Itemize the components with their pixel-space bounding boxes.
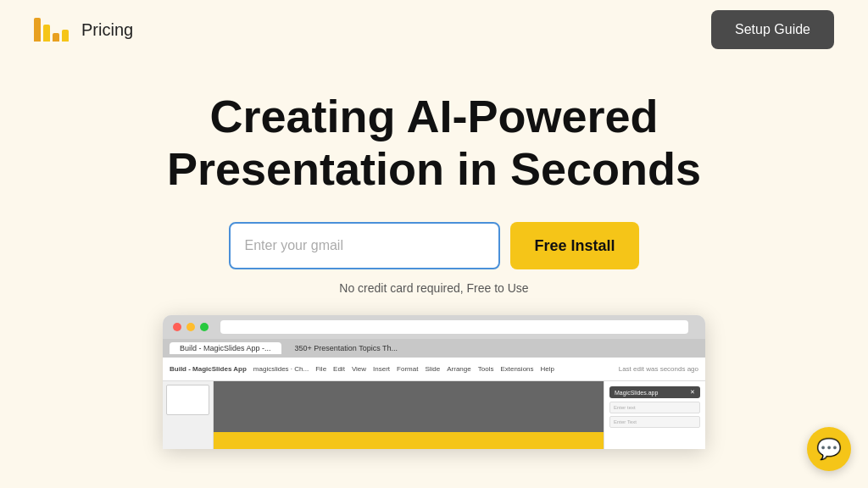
slides-body: MagicSlides.app ✕ Enter text Enter Text bbox=[163, 381, 705, 449]
browser-window: Build - MagicSlides App -... 350+ Presen… bbox=[163, 315, 705, 449]
panel-title: MagicSlides.app bbox=[615, 390, 658, 396]
inactive-tab[interactable]: 350+ Presentation Topics Th... bbox=[285, 342, 409, 354]
slides-tab-label: magicslides · Ch... bbox=[253, 365, 309, 373]
panel-input-2-placeholder: Enter Text bbox=[614, 419, 637, 424]
subtitle-text: No credit card required, Free to Use bbox=[339, 281, 528, 295]
logo-bar-tall-left bbox=[34, 18, 41, 42]
browser-chrome-bar bbox=[163, 315, 705, 339]
active-tab[interactable]: Build - MagicSlides App -... bbox=[170, 342, 281, 354]
menu-help[interactable]: Help bbox=[541, 365, 554, 373]
logo-bar-short bbox=[53, 33, 59, 42]
chat-bubble-button[interactable]: 💬 bbox=[807, 427, 851, 471]
browser-content: Build - MagicSlides App magicslides · Ch… bbox=[163, 358, 705, 449]
last-edit-text: Last edit was seconds ago bbox=[619, 365, 698, 373]
slides-menu: File Edit View Insert Format Slide Arran… bbox=[315, 365, 554, 373]
menu-insert[interactable]: Insert bbox=[373, 365, 390, 373]
email-input[interactable] bbox=[229, 222, 500, 269]
menu-slide[interactable]: Slide bbox=[425, 365, 440, 373]
panel-input-1-placeholder: Enter text bbox=[614, 405, 636, 410]
logo-bar-medium bbox=[43, 25, 50, 42]
magic-slides-panel: MagicSlides.app ✕ Enter text Enter Text bbox=[604, 381, 705, 449]
logo-icon bbox=[34, 13, 68, 47]
slides-app-name: Build - MagicSlides App bbox=[170, 365, 247, 373]
panel-input-2[interactable]: Enter Text bbox=[609, 416, 700, 428]
slides-sidebar bbox=[163, 381, 214, 449]
panel-input-1[interactable]: Enter text bbox=[609, 402, 700, 413]
menu-extensions[interactable]: Extensions bbox=[500, 365, 533, 373]
logo-bar-medium2 bbox=[62, 30, 69, 42]
maximize-dot bbox=[200, 323, 209, 331]
close-dot bbox=[173, 323, 181, 331]
menu-tools[interactable]: Tools bbox=[478, 365, 494, 373]
panel-close-icon[interactable]: ✕ bbox=[690, 389, 695, 396]
hero-title: Creating AI-Powered Presentation in Seco… bbox=[167, 90, 701, 195]
url-bar[interactable] bbox=[220, 320, 688, 334]
minimize-dot bbox=[186, 323, 195, 331]
hero-title-line1: Creating AI-Powered bbox=[209, 91, 658, 141]
free-install-button[interactable]: Free Install bbox=[510, 222, 638, 269]
slides-yellow-accent bbox=[214, 432, 604, 449]
cta-row: Free Install bbox=[229, 222, 638, 269]
panel-header: MagicSlides.app ✕ bbox=[609, 386, 700, 398]
main-content: Creating AI-Powered Presentation in Seco… bbox=[0, 59, 868, 449]
menu-arrange[interactable]: Arrange bbox=[447, 365, 470, 373]
header-left: Pricing bbox=[34, 13, 133, 47]
google-slides-mockup: Build - MagicSlides App magicslides · Ch… bbox=[163, 358, 705, 449]
pricing-link[interactable]: Pricing bbox=[81, 20, 133, 40]
browser-tabs: Build - MagicSlides App -... 350+ Presen… bbox=[163, 339, 705, 358]
menu-view[interactable]: View bbox=[352, 365, 366, 373]
chat-icon: 💬 bbox=[816, 437, 842, 461]
logo-bars bbox=[34, 18, 69, 42]
slide-thumbnail-1[interactable] bbox=[166, 385, 209, 415]
menu-format[interactable]: Format bbox=[397, 365, 418, 373]
menu-edit[interactable]: Edit bbox=[333, 365, 345, 373]
setup-guide-button[interactable]: Setup Guide bbox=[711, 10, 834, 49]
hero-title-line2: Presentation in Seconds bbox=[167, 143, 701, 194]
menu-file[interactable]: File bbox=[315, 365, 326, 373]
header: Pricing Setup Guide bbox=[0, 0, 868, 59]
slides-toolbar: Build - MagicSlides App magicslides · Ch… bbox=[163, 358, 705, 381]
slides-canvas: MagicSlides.app ✕ Enter text Enter Text bbox=[214, 381, 705, 449]
